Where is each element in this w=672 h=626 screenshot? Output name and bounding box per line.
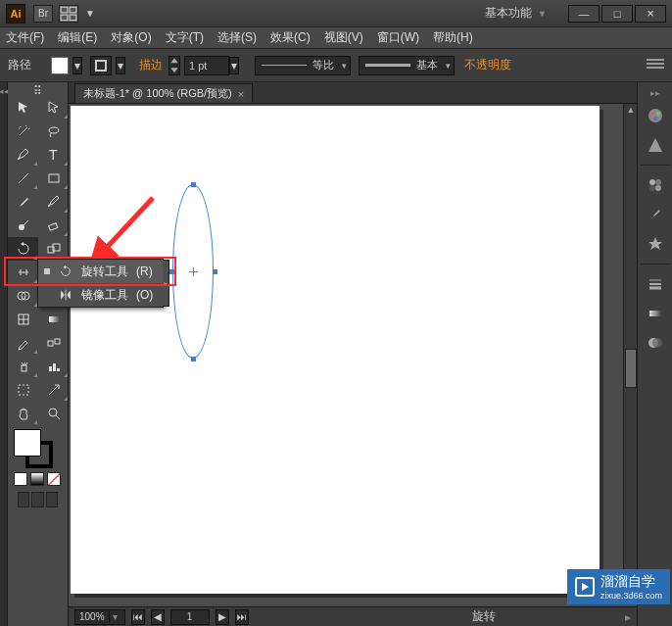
window-close[interactable]: × xyxy=(635,5,666,23)
zoom-tool[interactable] xyxy=(38,402,69,425)
prev-artboard[interactable]: ◀ xyxy=(151,609,165,625)
menu-window[interactable]: 窗口(W) xyxy=(377,29,419,46)
eyedropper-tool[interactable] xyxy=(8,331,38,355)
none-mode[interactable] xyxy=(47,472,61,486)
slice-tool[interactable] xyxy=(38,378,69,402)
flyout-rotate-tool[interactable]: 旋转工具 (R) xyxy=(38,260,163,283)
fill-swatch[interactable] xyxy=(51,57,69,74)
canvas[interactable]: ▲ ▼ xyxy=(69,104,637,606)
artboard-tool[interactable] xyxy=(8,378,38,402)
vertical-scrollbar[interactable]: ▲ ▼ xyxy=(623,104,637,587)
menu-edit[interactable]: 编辑(E) xyxy=(58,29,97,46)
selection-tool[interactable] xyxy=(8,96,38,120)
anchor-left[interactable] xyxy=(169,269,174,274)
first-artboard[interactable]: ⏮ xyxy=(131,609,145,625)
document-tab[interactable]: 未标题-1* @ 100% (RGB/预览) × xyxy=(74,83,253,103)
arrange-dropdown[interactable]: ▼ xyxy=(84,5,96,23)
rectangle-tool[interactable] xyxy=(38,167,69,190)
blend-tool[interactable] xyxy=(38,331,69,355)
pencil-tool[interactable] xyxy=(38,190,69,214)
scroll-up-icon[interactable]: ▲ xyxy=(625,105,637,117)
flyout-tearoff-grip[interactable]: ▸ xyxy=(163,260,169,307)
flyout-reflect-tool[interactable]: 镜像工具 (O) xyxy=(38,283,163,307)
width-tool[interactable] xyxy=(8,261,38,284)
fill-color[interactable] xyxy=(14,429,41,457)
rotate-tool[interactable] xyxy=(8,237,38,261)
profile-select[interactable]: 等比▾ xyxy=(255,56,351,75)
document-tab-title: 未标题-1* @ 100% (RGB/预览) xyxy=(83,86,232,101)
workspace-label[interactable]: 基本功能 xyxy=(485,5,532,22)
stroke-panel-icon[interactable] xyxy=(643,272,668,296)
window-minimize[interactable]: — xyxy=(568,5,600,23)
transparency-panel-icon[interactable] xyxy=(643,331,668,355)
tool-panel-collapse[interactable]: ◂◂ xyxy=(0,82,8,626)
gradient-mode[interactable] xyxy=(30,472,44,486)
shape-builder-tool[interactable] xyxy=(8,284,38,308)
menu-help[interactable]: 帮助(H) xyxy=(433,29,473,46)
type-tool[interactable]: T xyxy=(38,143,69,167)
scale-tool[interactable] xyxy=(38,237,69,261)
stroke-label[interactable]: 描边 xyxy=(139,57,163,73)
stroke-weight-dropdown[interactable]: ▾ xyxy=(229,57,239,74)
anchor-top[interactable] xyxy=(191,182,196,187)
stroke-stepper[interactable] xyxy=(168,56,180,75)
right-panel-collapse[interactable]: ▸▸ xyxy=(650,88,660,98)
bridge-button[interactable]: Br xyxy=(33,5,53,23)
scroll-thumb[interactable] xyxy=(625,349,637,388)
draw-behind[interactable] xyxy=(31,492,43,507)
paintbrush-tool[interactable] xyxy=(8,190,38,214)
toolbox-grip[interactable]: ⠿ xyxy=(8,86,68,96)
menu-select[interactable]: 选择(S) xyxy=(217,29,257,46)
brush-select[interactable]: 基本▾ xyxy=(359,56,455,75)
close-tab-icon[interactable]: × xyxy=(238,88,244,100)
magic-wand-tool[interactable] xyxy=(8,120,38,143)
color-mode[interactable] xyxy=(14,472,27,486)
next-artboard[interactable]: ▶ xyxy=(216,609,229,625)
pen-tool[interactable] xyxy=(8,143,38,167)
stroke-weight-input[interactable] xyxy=(184,56,229,75)
stroke-swatch[interactable] xyxy=(90,56,112,75)
anchor-right[interactable] xyxy=(213,269,217,274)
fill-stroke-control[interactable] xyxy=(8,425,68,511)
blob-brush-tool[interactable] xyxy=(8,214,38,237)
column-graph-tool[interactable] xyxy=(38,355,69,378)
fill-dropdown[interactable]: ▾ xyxy=(72,57,82,74)
status-menu-icon[interactable]: ▸ xyxy=(625,610,631,624)
symbol-sprayer-tool[interactable] xyxy=(8,355,38,378)
control-bar-menu-icon[interactable] xyxy=(647,59,664,72)
draw-normal[interactable] xyxy=(18,492,29,507)
window-maximize[interactable]: □ xyxy=(601,5,633,23)
opacity-label[interactable]: 不透明度 xyxy=(464,57,511,73)
lasso-tool[interactable] xyxy=(38,120,69,143)
center-point[interactable] xyxy=(191,269,196,274)
flyout-rotate-key: (R) xyxy=(136,265,153,278)
color-panel-icon[interactable] xyxy=(643,104,668,127)
mesh-tool[interactable] xyxy=(8,308,38,331)
line-tool[interactable] xyxy=(8,167,38,190)
brushes-panel-icon[interactable] xyxy=(643,203,668,226)
anchor-bottom[interactable] xyxy=(191,357,196,361)
color-guide-panel-icon[interactable] xyxy=(643,133,668,157)
gradient-tool[interactable] xyxy=(38,308,69,331)
swatches-panel-icon[interactable] xyxy=(643,173,668,197)
menu-view[interactable]: 视图(V) xyxy=(324,29,363,46)
arrange-docs-button[interactable] xyxy=(59,5,78,23)
svg-rect-11 xyxy=(48,223,57,230)
svg-point-38 xyxy=(649,179,655,185)
draw-inside[interactable] xyxy=(46,492,58,507)
current-tool-label: 旋转 xyxy=(472,608,496,625)
hand-tool[interactable] xyxy=(8,402,38,425)
gradient-panel-icon[interactable] xyxy=(643,302,668,325)
zoom-field[interactable]: 100%▾ xyxy=(74,609,125,625)
eraser-tool[interactable] xyxy=(38,214,69,237)
direct-selection-tool[interactable] xyxy=(38,96,69,120)
stroke-dropdown[interactable]: ▾ xyxy=(116,57,125,74)
symbols-panel-icon[interactable] xyxy=(643,232,668,256)
artboard-number[interactable]: 1 xyxy=(170,609,210,625)
menu-object[interactable]: 对象(O) xyxy=(111,29,151,46)
workspace-dropdown-icon[interactable]: ▼ xyxy=(538,9,547,19)
menu-effect[interactable]: 效果(C) xyxy=(270,29,311,46)
menu-type[interactable]: 文字(T) xyxy=(166,29,204,46)
menu-file[interactable]: 文件(F) xyxy=(6,29,44,46)
last-artboard[interactable]: ⏭ xyxy=(235,609,249,625)
